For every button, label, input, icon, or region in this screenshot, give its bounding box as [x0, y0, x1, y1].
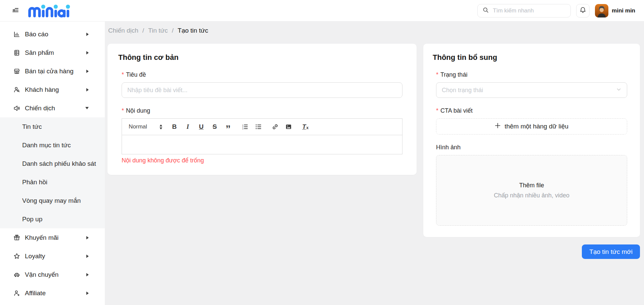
underline-button[interactable]: U	[198, 123, 205, 130]
submenu-item-phan-hoi[interactable]: Phản hồi	[0, 173, 105, 191]
chevron-down-icon	[85, 107, 89, 109]
sidebar-item-affiliate[interactable]: Affiliate	[0, 284, 105, 302]
sidebar-item-chien-dich[interactable]: Chiến dịch	[0, 99, 105, 117]
search-input[interactable]	[492, 7, 568, 14]
required-asterisk: *	[122, 71, 124, 78]
format-picker[interactable]: Normal	[129, 123, 162, 130]
chevron-right-icon	[86, 33, 89, 36]
sidebar-item-bao-cao[interactable]: Báo cáo	[0, 25, 105, 43]
plus-icon	[495, 123, 501, 130]
app-header: miniai	[0, 0, 644, 22]
sidebar-item-san-pham[interactable]: Sản phẩm	[0, 43, 105, 62]
chevron-right-icon	[86, 70, 89, 73]
username: mini min	[612, 7, 635, 14]
breadcrumb-tin-tuc[interactable]: Tin tức	[148, 27, 168, 34]
vehicle-icon	[13, 271, 21, 278]
sidebar-item-van-chuyen[interactable]: Vận chuyển	[0, 265, 105, 284]
link-button[interactable]	[272, 123, 278, 130]
picker-arrows-icon	[160, 124, 162, 129]
required-asterisk: *	[122, 107, 124, 114]
title-field-label: * Tiêu đề	[122, 71, 402, 78]
bullet-list-button[interactable]	[255, 123, 262, 130]
create-news-button[interactable]: Tạo tin tức mới	[582, 244, 640, 259]
status-select-placeholder: Chọn trạng thái	[442, 87, 483, 94]
clear-format-button[interactable]: T x	[302, 123, 309, 130]
chevron-down-icon	[616, 87, 621, 93]
upload-hint: Chấp nhận nhiều ảnh, video	[494, 192, 569, 199]
basic-info-title: Thông tin cơ bản	[118, 53, 402, 62]
breadcrumb-chien-dich[interactable]: Chiến dịch	[108, 27, 138, 34]
person-add-icon	[13, 290, 21, 297]
main-content: Chiến dịch / Tin tức / Tạo tin tức Thông…	[105, 22, 644, 305]
format-picker-label: Normal	[129, 123, 147, 130]
strike-button[interactable]: S	[211, 123, 218, 130]
customer-search-icon	[13, 86, 21, 93]
blockquote-button[interactable]: ”	[225, 123, 231, 130]
bar-chart-icon	[13, 31, 21, 38]
gift-icon	[13, 234, 21, 241]
cta-field-label: * CTA bài viết	[436, 107, 627, 114]
image-button[interactable]	[285, 123, 292, 130]
rich-text-editor: Normal B I U S ”	[122, 118, 402, 154]
sidebar-item-ban-tai-cua-hang[interactable]: Bán tại cửa hàng	[0, 62, 105, 80]
sidebar-item-khuyen-mai[interactable]: Khuyến mãi	[0, 228, 105, 247]
breadcrumb: Chiến dịch / Tin tức / Tạo tin tức	[108, 27, 640, 34]
breadcrumb-separator: /	[142, 27, 144, 34]
required-asterisk: *	[436, 107, 438, 114]
title-input[interactable]	[122, 82, 402, 98]
chevron-right-icon	[86, 255, 89, 258]
sidebar-collapse-button[interactable]	[10, 6, 20, 16]
chevron-right-icon	[86, 51, 89, 54]
breadcrumb-current: Tạo tin tức	[178, 27, 208, 34]
submenu-item-pop-up[interactable]: Pop up	[0, 210, 105, 228]
content-error-message: Nội dung không được để trống	[122, 157, 402, 164]
file-upload-dropzone[interactable]: Thêm file Chấp nhận nhiều ảnh, video	[436, 155, 627, 226]
miniai-logo-graphic	[28, 4, 71, 18]
product-shelf-icon	[13, 49, 21, 56]
submenu-item-vong-quay-may-man[interactable]: Vòng quay may mắn	[0, 191, 105, 210]
chevron-right-icon	[86, 292, 89, 295]
content-field-label: * Nội dung	[122, 107, 402, 114]
chevron-right-icon	[86, 236, 89, 239]
status-select[interactable]: Chọn trạng thái	[436, 82, 627, 98]
search-icon	[482, 7, 489, 14]
header-actions: mini min	[477, 4, 635, 17]
miniai-logo[interactable]: miniai	[28, 4, 71, 18]
megaphone-icon	[13, 105, 21, 112]
extra-info-title: Thông tin bổ sung	[433, 53, 627, 62]
bold-button[interactable]: B	[171, 123, 178, 130]
extra-info-card: Thông tin bổ sung * Trạng thái Chọn trạn…	[423, 44, 640, 237]
svg-text:3: 3	[242, 128, 244, 130]
image-field-label: Hình ảnh	[436, 144, 627, 151]
store-icon	[13, 68, 21, 75]
ordered-list-button[interactable]: 123	[242, 123, 248, 130]
italic-button[interactable]: I	[184, 123, 191, 130]
editor-toolbar: Normal B I U S ”	[122, 119, 402, 135]
avatar	[595, 4, 608, 17]
sidebar-item-loyalty[interactable]: Loyalty	[0, 247, 105, 265]
required-asterisk: *	[436, 71, 438, 78]
star-icon	[13, 253, 21, 260]
menu-fold-icon	[11, 6, 19, 15]
campaign-submenu: Tin tức Danh mục tin tức Danh sách phiếu…	[0, 117, 105, 228]
chevron-right-icon	[86, 273, 89, 276]
quick-search[interactable]	[477, 4, 571, 17]
chevron-right-icon	[86, 88, 89, 91]
status-field-label: * Trạng thái	[436, 71, 627, 78]
submenu-item-danh-sach-phieu-khao-sat[interactable]: Danh sách phiếu khảo sát	[0, 154, 105, 173]
editor-content-area[interactable]	[122, 135, 402, 154]
notifications-button[interactable]	[576, 4, 590, 17]
bell-icon	[579, 6, 586, 15]
user-profile[interactable]: mini min	[595, 4, 635, 17]
breadcrumb-separator: /	[172, 27, 174, 34]
submenu-item-tin-tuc[interactable]: Tin tức	[0, 117, 105, 136]
upload-title: Thêm file	[519, 182, 544, 189]
basic-info-card: Thông tin cơ bản * Tiêu đề * Nội dung No…	[108, 44, 417, 175]
submenu-item-danh-muc-tin-tuc[interactable]: Danh mục tin tức	[0, 136, 105, 154]
sidebar-item-khach-hang[interactable]: Khách hàng	[0, 80, 105, 99]
sidebar: Báo cáo Sản phẩm Bán t	[0, 22, 105, 305]
add-data-row-button[interactable]: thêm một hàng dữ liệu	[436, 118, 627, 135]
